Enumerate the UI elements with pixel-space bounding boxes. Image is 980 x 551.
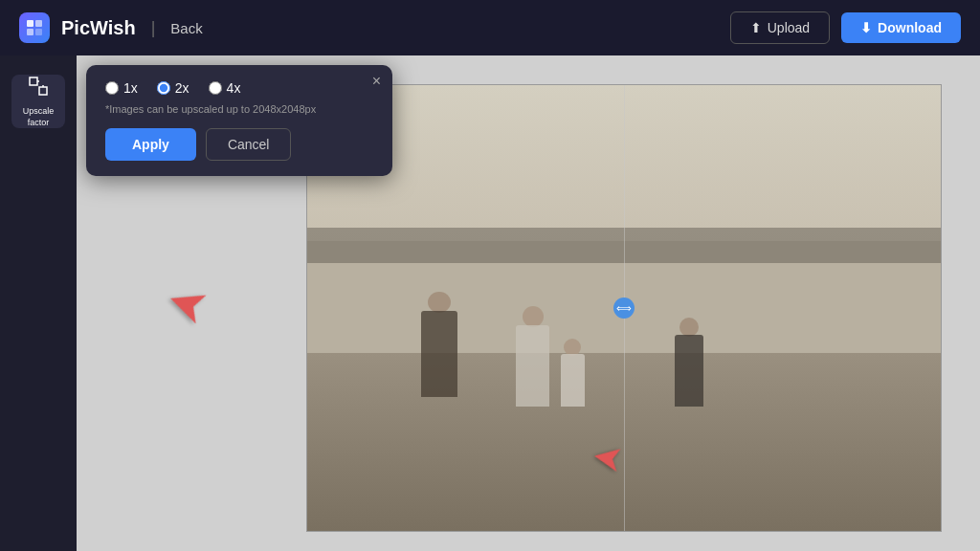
sidebar-tool-upscale[interactable]: Upscalefactor xyxy=(11,75,65,128)
label-1x: 1x xyxy=(123,80,138,96)
header-divider: | xyxy=(151,18,156,38)
popup-note: *Images can be upscaled up to 2048x2048p… xyxy=(105,103,373,115)
upload-button[interactable]: ⬆ Upload xyxy=(730,11,830,44)
person-1 xyxy=(421,292,457,397)
header-right: ⬆ Upload ⬇ Download xyxy=(730,11,961,44)
svg-rect-4 xyxy=(30,77,37,85)
header: PicWish | Back ⬆ Upload ⬇ Download xyxy=(0,0,980,55)
logo-text: PicWish xyxy=(61,17,136,39)
radio-group: 1x 2x 4x xyxy=(105,80,373,96)
svg-rect-2 xyxy=(27,29,33,35)
download-label: Download xyxy=(878,20,942,35)
label-2x: 2x xyxy=(175,80,189,96)
download-icon: ⬇ xyxy=(860,20,872,35)
content-area: × 1x 2x 4x *Images can be upscaled up to… xyxy=(77,55,980,551)
header-left: PicWish | Back xyxy=(19,12,203,43)
person-4 xyxy=(675,318,703,407)
sidebar-tool-label: Upscalefactor xyxy=(23,106,55,128)
apply-button[interactable]: Apply xyxy=(105,128,196,161)
image-area: 1/27/09 01:05 PM ➤ xyxy=(306,84,942,532)
main-layout: Upscalefactor × 1x 2x 4x *Image xyxy=(0,55,980,551)
upscale-popup: × 1x 2x 4x *Images can be upscaled up to… xyxy=(86,65,392,176)
person-3 xyxy=(561,339,585,407)
cancel-button[interactable]: Cancel xyxy=(206,128,292,161)
radio-4x[interactable] xyxy=(209,81,222,95)
svg-rect-0 xyxy=(27,20,33,27)
arrow-cursor-1: ➤ xyxy=(159,271,215,337)
back-button[interactable]: Back xyxy=(170,20,202,36)
drag-handle[interactable] xyxy=(613,298,635,319)
svg-rect-5 xyxy=(39,87,47,95)
sidebar: Upscalefactor xyxy=(0,55,77,551)
upload-label: Upload xyxy=(768,20,810,35)
popup-close-button[interactable]: × xyxy=(372,73,381,90)
svg-rect-3 xyxy=(35,29,42,35)
upscale-icon xyxy=(27,75,50,102)
logo-icon xyxy=(19,12,50,43)
radio-2x[interactable] xyxy=(157,81,170,95)
photo-scene: 1/27/09 01:05 PM ➤ xyxy=(307,85,941,531)
label-4x: 4x xyxy=(227,80,241,96)
svg-rect-1 xyxy=(35,20,42,27)
option-2x[interactable]: 2x xyxy=(157,80,189,96)
radio-1x[interactable] xyxy=(105,81,119,95)
option-4x[interactable]: 4x xyxy=(209,80,241,96)
option-1x[interactable]: 1x xyxy=(105,80,138,96)
download-button[interactable]: ⬇ Download xyxy=(841,12,961,43)
upload-icon: ⬆ xyxy=(750,20,762,35)
person-2 xyxy=(516,306,549,407)
popup-actions: Apply Cancel xyxy=(105,128,373,161)
